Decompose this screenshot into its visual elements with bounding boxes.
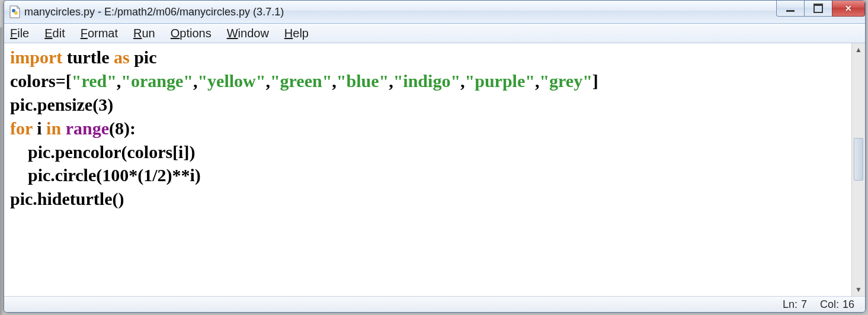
minimize-button[interactable] — [776, 1, 805, 17]
kw-import: import — [10, 47, 62, 67]
menu-file[interactable]: File — [10, 27, 29, 40]
scroll-thumb[interactable] — [854, 138, 863, 181]
menu-format[interactable]: Format — [81, 27, 118, 40]
kw-for: for — [10, 118, 33, 138]
str-purple: "purple" — [465, 71, 535, 91]
kw-in: in — [46, 118, 61, 138]
close-button[interactable]: ✕ — [832, 1, 865, 17]
maximize-button[interactable] — [804, 1, 832, 17]
str-green: "green" — [270, 71, 332, 91]
builtin-range: range — [66, 118, 109, 138]
menu-edit[interactable]: Edit — [44, 27, 65, 40]
menu-help[interactable]: Help — [284, 27, 309, 40]
str-red: "red" — [72, 71, 117, 91]
minimize-icon — [786, 10, 795, 12]
ln-label: Ln: — [783, 298, 797, 311]
str-grey: "grey" — [539, 71, 592, 91]
scroll-up-icon[interactable]: ▲ — [852, 43, 865, 56]
kw-as: as — [114, 47, 130, 67]
str-blue: "blue" — [337, 71, 389, 91]
menu-window[interactable]: Window — [227, 27, 269, 40]
col-label: Col: — [820, 298, 839, 311]
menubar: File Edit Format Run Options Window Help — [4, 24, 865, 43]
col-value: 16 — [843, 298, 854, 311]
window-title: manycircles.py - E:/pmath2/m06/manycircl… — [24, 6, 284, 18]
menu-run[interactable]: Run — [133, 27, 155, 40]
ln-value: 7 — [801, 298, 807, 311]
str-indigo: "indigo" — [393, 71, 460, 91]
maximize-icon — [813, 4, 823, 13]
statusbar: Ln: 7 Col: 16 — [4, 296, 865, 312]
svg-point-1 — [14, 11, 18, 15]
code-editor[interactable]: import turtle as pic colors=["red","oran… — [4, 43, 851, 296]
close-icon: ✕ — [845, 4, 852, 13]
window-controls: ✕ — [777, 1, 865, 17]
titlebar[interactable]: manycircles.py - E:/pmath2/m06/manycircl… — [4, 1, 865, 24]
scroll-down-icon[interactable]: ▼ — [852, 283, 865, 296]
editor-area: import turtle as pic colors=["red","oran… — [4, 43, 865, 296]
str-orange: "orange" — [121, 71, 193, 91]
python-idle-icon — [9, 5, 21, 18]
str-yellow: "yellow" — [197, 71, 265, 91]
idle-window: manycircles.py - E:/pmath2/m06/manycircl… — [4, 0, 866, 313]
menu-options[interactable]: Options — [171, 27, 212, 40]
vertical-scrollbar[interactable]: ▲ ▼ — [851, 43, 865, 296]
